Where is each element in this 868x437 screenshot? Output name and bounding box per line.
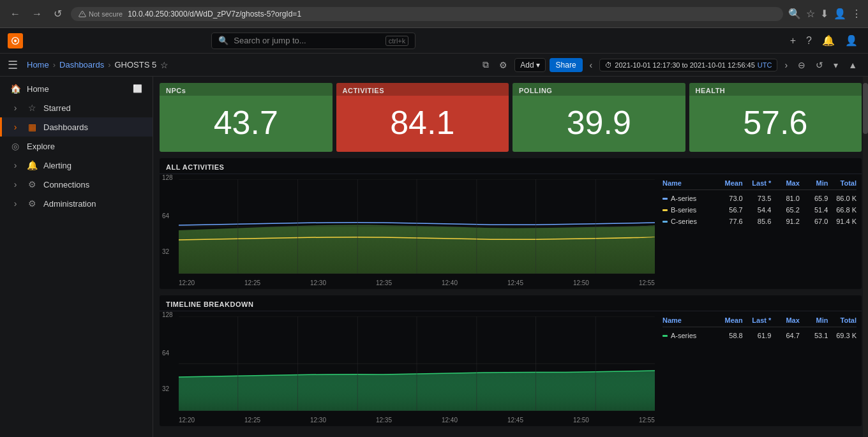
legend-row-b-series[interactable]: B-series 56.7 54.4 65.2 51.4 66.8 K <box>662 204 857 216</box>
next-time-button[interactable]: › <box>781 58 791 72</box>
search-placeholder: Search or jump to... <box>234 36 380 45</box>
tb-x-3: 12:30 <box>310 417 326 424</box>
prev-time-button[interactable]: ‹ <box>587 58 596 72</box>
dashboards-icon: ▦ <box>27 122 37 132</box>
add-panel-button[interactable]: + <box>788 33 798 49</box>
top-bar: 🔍 Search or jump to... ctrl+k + ? 🔔 👤 <box>0 28 868 54</box>
sidebar-item-starred[interactable]: › ☆ Starred <box>0 98 153 117</box>
breadcrumb: Home › Dashboards › GHOSTS 5 <box>27 60 156 70</box>
stat-card-activities: ACTIVITIES 84.1 <box>336 83 509 152</box>
profile-button[interactable]: 👤 <box>834 8 846 20</box>
all-activities-body: 128 64 32 <box>160 174 862 289</box>
settings-button[interactable]: ⚙ <box>496 58 511 72</box>
sidebar-item-home[interactable]: 🏠 Home ⬜ <box>0 79 153 98</box>
toggle-sidebar-button[interactable]: ⬜ <box>133 84 142 93</box>
tb-x-6: 12:45 <box>507 417 523 424</box>
grafana-logo[interactable] <box>8 33 23 48</box>
admin-icon: ⚙ <box>27 198 37 209</box>
y-axis-mid: 64 <box>162 212 169 219</box>
refresh-button[interactable]: ↺ <box>50 5 66 22</box>
stat-value-activities: 84.1 <box>336 96 509 152</box>
collapse-button[interactable]: ▲ <box>845 58 860 72</box>
legend-row-c-series[interactable]: C-series 77.6 85.6 91.2 67.0 91.4 K <box>662 216 857 227</box>
bookmark-button[interactable]: ☆ <box>806 8 815 20</box>
all-activities-svg <box>179 179 655 274</box>
sidebar-label-alerting: Alerting <box>43 161 71 170</box>
sidebar-label-home: Home <box>27 84 49 94</box>
back-button[interactable]: ← <box>6 6 24 22</box>
starred-chevron: › <box>10 103 20 113</box>
zoom-out-button[interactable]: ⊖ <box>795 58 809 72</box>
auto-refresh-button[interactable]: ↺ <box>812 58 827 72</box>
scrollbar-track[interactable] <box>863 77 868 437</box>
tb-x-2: 12:25 <box>244 417 260 424</box>
main-layout: 🏠 Home ⬜ › ☆ Starred › ▦ Dashboards ◎ Ex… <box>0 77 868 437</box>
x-axis-all-activities: 12:20 12:25 12:30 12:35 12:40 12:45 12:5… <box>179 279 655 286</box>
forward-button[interactable]: → <box>28 6 46 22</box>
sidebar-label-starred: Starred <box>43 103 71 113</box>
legend-row-a-series[interactable]: A-series 73.0 73.5 81.0 65.9 86.0 K <box>662 193 857 204</box>
browser-actions: 🔍 ☆ ⬇ 👤 ⋮ <box>788 8 862 20</box>
sidebar-label-dashboards: Dashboards <box>43 122 88 132</box>
stat-label-health: HEALTH <box>689 83 862 96</box>
tb-a-dot <box>662 335 668 337</box>
x-label-3: 12:30 <box>310 279 326 286</box>
connections-icon: ⚙ <box>27 179 37 189</box>
stat-value-npcs: 43.7 <box>160 96 333 152</box>
favorite-button[interactable]: ☆ <box>160 60 168 70</box>
copy-button[interactable]: ⧉ <box>479 57 492 72</box>
download-button[interactable]: ⬇ <box>820 8 828 20</box>
legend-name-a: A-series <box>662 195 714 202</box>
address-bar[interactable]: Not secure 10.0.40.250:3000/d/WdD_zPV7z/… <box>71 7 783 21</box>
tb-y-min: 32 <box>162 385 169 392</box>
dashboards-chevron: › <box>10 122 20 132</box>
stat-label-polling: POLLING <box>513 83 685 96</box>
hamburger-menu[interactable]: ☰ <box>8 58 18 72</box>
search-bar[interactable]: 🔍 Search or jump to... ctrl+k <box>211 33 415 49</box>
time-range-picker[interactable]: ⏱ 2021-10-01 12:17:30 to 2021-10-01 12:5… <box>599 59 777 71</box>
all-activities-title: ALL ACTIVITIES <box>160 158 862 174</box>
legend-name-tb-a: A-series <box>662 332 714 339</box>
y-axis-min: 32 <box>162 248 169 255</box>
refresh-chevron-button[interactable]: ▾ <box>830 58 841 72</box>
breadcrumb-dashboards[interactable]: Dashboards <box>59 60 104 70</box>
help-button[interactable]: ? <box>804 33 814 49</box>
sidebar-label-explore: Explore <box>27 142 55 151</box>
sidebar-item-administration[interactable]: › ⚙ Administration <box>0 194 153 213</box>
browser-search-button[interactable]: 🔍 <box>788 8 801 20</box>
legend-header-activities: Name Mean Last * Max Min Total <box>662 179 857 190</box>
user-profile-button[interactable]: 👤 <box>842 32 860 49</box>
content-area: NPCs 43.7 ACTIVITIES 84.1 POLLING 39.9 H… <box>153 77 868 437</box>
sidebar-item-explore[interactable]: ◎ Explore <box>0 137 153 156</box>
notification-button[interactable]: 🔔 <box>819 32 837 49</box>
c-series-dot <box>662 221 668 223</box>
stat-card-polling: POLLING 39.9 <box>513 83 685 152</box>
x-label-7: 12:50 <box>573 279 589 286</box>
url-display: 10.0.40.250:3000/d/WdD_zPV7z/ghosts-5?or… <box>128 10 775 19</box>
star-icon: ☆ <box>27 103 37 113</box>
sidebar: 🏠 Home ⬜ › ☆ Starred › ▦ Dashboards ◎ Ex… <box>0 77 153 437</box>
stat-card-health: HEALTH 57.6 <box>689 83 862 152</box>
nav-bar: ☰ Home › Dashboards › GHOSTS 5 ☆ ⧉ ⚙ Add… <box>0 54 868 77</box>
legend-row-tb-a-series[interactable]: A-series 58.8 61.9 64.7 53.1 69.3 K <box>662 330 857 341</box>
sidebar-item-dashboards[interactable]: › ▦ Dashboards <box>0 117 153 137</box>
tb-x-1: 12:20 <box>179 417 195 424</box>
timeline-breakdown-chart: 128 64 32 <box>160 311 657 426</box>
scrollbar-thumb[interactable] <box>863 83 868 134</box>
stat-value-polling: 39.9 <box>513 96 685 152</box>
sidebar-item-connections[interactable]: › ⚙ Connections <box>0 175 153 194</box>
b-series-dot <box>662 209 668 211</box>
timeline-breakdown-title: TIMELINE BREAKDOWN <box>160 295 862 311</box>
timeline-breakdown-svg <box>179 316 655 411</box>
add-button[interactable]: Add ▾ <box>514 58 545 72</box>
browser-nav: ← → ↺ <box>6 5 66 22</box>
more-button[interactable]: ⋮ <box>851 8 862 20</box>
top-bar-actions: + ? 🔔 👤 <box>788 32 860 49</box>
sidebar-item-alerting[interactable]: › 🔔 Alerting <box>0 156 153 175</box>
breadcrumb-home[interactable]: Home <box>27 60 49 70</box>
x-label-5: 12:40 <box>442 279 458 286</box>
time-range-display: 2021-10-01 12:17:30 to 2021-10-01 12:56:… <box>615 61 755 69</box>
x-label-1: 12:20 <box>179 279 195 286</box>
share-button[interactable]: Share <box>550 58 583 72</box>
legend-header-timeline: Name Mean Last * Max Min Total <box>662 316 857 327</box>
